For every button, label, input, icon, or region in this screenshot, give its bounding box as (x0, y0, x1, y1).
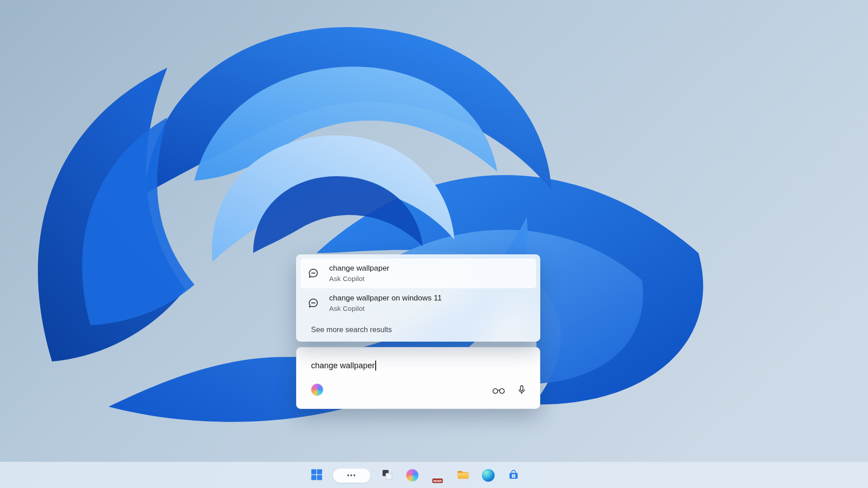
task-view-button[interactable] (378, 466, 396, 484)
windows-logo-icon (311, 469, 322, 482)
search-suggestions-panel: change wallpaper Ask Copilot change wall… (296, 254, 540, 342)
search-input[interactable]: change wallpaper (311, 360, 527, 371)
chat-bubble-icon (306, 296, 321, 311)
file-explorer-button[interactable] (454, 466, 472, 484)
suggestion-item[interactable]: change wallpaper Ask Copilot (300, 258, 536, 288)
search-input-value: change wallpaper (311, 360, 375, 371)
m365-copilot-button[interactable]: M365 (429, 466, 447, 484)
store-button[interactable] (505, 466, 523, 484)
suggestion-item[interactable]: change wallpaper on windows 11 Ask Copil… (300, 288, 536, 318)
desktop: change wallpaper Ask Copilot change wall… (0, 0, 868, 488)
suggestion-text: change wallpaper on windows 11 Ask Copil… (329, 293, 442, 313)
search-input-toolbar (311, 384, 527, 396)
suggestion-title: change wallpaper (329, 263, 389, 273)
task-view-icon (382, 469, 393, 482)
edge-button[interactable] (479, 466, 497, 484)
search-input-panel: change wallpaper (296, 347, 540, 409)
visual-search-glasses-icon[interactable] (492, 385, 505, 395)
folder-icon (457, 469, 470, 482)
text-cursor (375, 361, 376, 371)
taskbar-icon-group: ••• M365 (307, 462, 523, 488)
copilot-icon (406, 469, 419, 482)
copilot-button[interactable] (403, 466, 421, 484)
search-flyout: change wallpaper Ask Copilot change wall… (296, 254, 540, 409)
copilot-icon[interactable] (311, 384, 323, 396)
taskbar-search-pill[interactable]: ••• (333, 468, 371, 483)
ellipsis-icon: ••• (347, 472, 357, 479)
see-more-search-results-link[interactable]: See more search results (311, 325, 533, 334)
m365-copilot-icon: M365 (431, 469, 444, 482)
suggestion-text: change wallpaper Ask Copilot (329, 263, 389, 283)
suggestion-title: change wallpaper on windows 11 (329, 293, 442, 303)
wallpaper-bloom-image (0, 0, 868, 488)
chat-bubble-icon (306, 266, 321, 281)
microphone-icon[interactable] (516, 385, 527, 395)
microsoft-store-icon (508, 469, 519, 482)
suggestion-subtitle: Ask Copilot (329, 304, 442, 313)
edge-icon (482, 469, 495, 482)
suggestion-subtitle: Ask Copilot (329, 274, 389, 283)
taskbar: ••• M365 (0, 462, 868, 488)
m365-badge: M365 (432, 479, 443, 483)
start-button[interactable] (307, 466, 326, 484)
